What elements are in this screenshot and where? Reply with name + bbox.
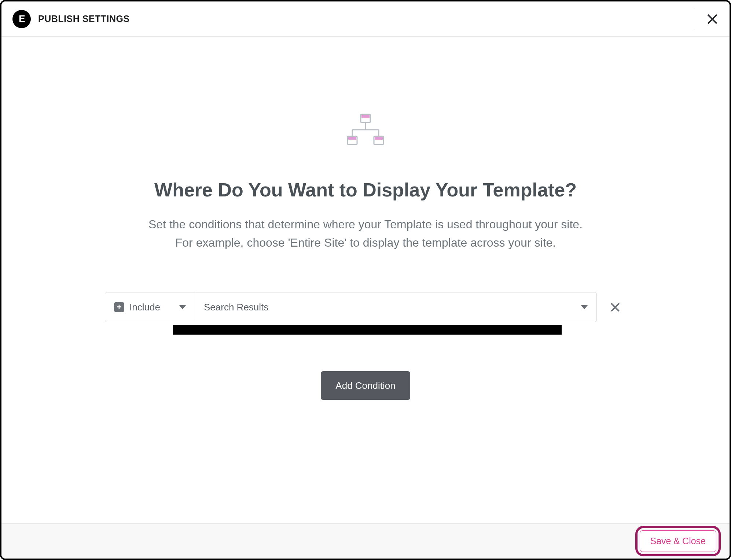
condition-mode-label: Include bbox=[129, 302, 160, 313]
close-icon bbox=[610, 302, 621, 313]
conditions-description-line2: For example, choose 'Entire Site' to dis… bbox=[175, 236, 556, 249]
save-close-button[interactable]: Save & Close bbox=[640, 530, 716, 552]
conditions-description-line1: Set the conditions that determine where … bbox=[148, 218, 583, 231]
chevron-down-icon bbox=[581, 305, 588, 309]
elementor-logo-text: E bbox=[19, 13, 24, 25]
plus-icon: + bbox=[114, 302, 124, 312]
sitemap-icon bbox=[346, 114, 385, 150]
svg-rect-9 bbox=[375, 137, 383, 140]
modal-footer: Save & Close bbox=[1, 523, 730, 559]
svg-rect-7 bbox=[348, 137, 356, 140]
modal-close-button[interactable] bbox=[695, 8, 719, 30]
close-icon bbox=[706, 13, 719, 25]
condition-scope-label: Search Results bbox=[204, 302, 268, 313]
condition-mode-dropdown[interactable]: + Include bbox=[105, 292, 195, 322]
condition-scope-dropdown[interactable]: Search Results bbox=[195, 292, 597, 322]
header-left: E PUBLISH SETTINGS bbox=[12, 10, 130, 28]
svg-rect-1 bbox=[361, 115, 370, 118]
conditions-heading: Where Do You Want to Display Your Templa… bbox=[154, 179, 577, 201]
chevron-down-icon bbox=[179, 305, 186, 309]
elementor-logo-icon: E bbox=[12, 10, 31, 28]
modal-body: Where Do You Want to Display Your Templa… bbox=[1, 37, 730, 523]
condition-row: + Include Search Results bbox=[105, 292, 626, 322]
modal-title: PUBLISH SETTINGS bbox=[38, 14, 130, 24]
save-close-highlight: Save & Close bbox=[635, 526, 721, 556]
redaction-bar bbox=[173, 325, 562, 335]
remove-condition-button[interactable] bbox=[604, 296, 626, 318]
modal-header: E PUBLISH SETTINGS bbox=[1, 1, 730, 37]
add-condition-button[interactable]: Add Condition bbox=[321, 371, 410, 400]
publish-settings-modal: E PUBLISH SETTINGS bbox=[0, 0, 731, 560]
conditions-description: Set the conditions that determine where … bbox=[148, 215, 583, 252]
